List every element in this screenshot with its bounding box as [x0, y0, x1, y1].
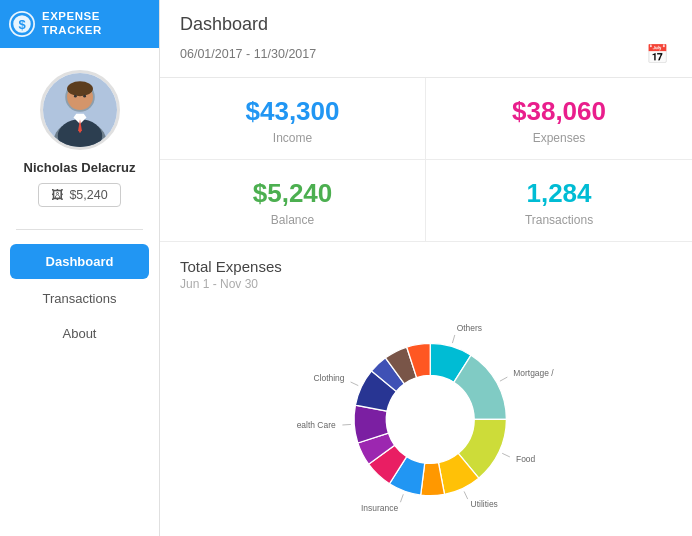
svg-text:Insurance: Insurance: [361, 503, 398, 513]
svg-text:Food: Food: [516, 454, 536, 464]
sidebar-header: $ EXPENSE TRACKER: [0, 0, 159, 48]
balance-button[interactable]: 🖼 $5,240: [38, 183, 120, 207]
chart-subtitle: Jun 1 - Nov 30: [180, 277, 672, 291]
expenses-label: Expenses: [533, 131, 586, 145]
svg-point-12: [83, 95, 86, 98]
income-card: $43,300 Income: [160, 78, 426, 160]
svg-text:Utilities: Utilities: [471, 499, 498, 509]
nav-divider: [16, 229, 143, 230]
svg-line-13: [452, 335, 454, 343]
logo-icon: $: [8, 10, 36, 38]
app-title: EXPENSE TRACKER: [42, 10, 151, 38]
sidebar-item-transactions[interactable]: Transactions: [0, 281, 159, 316]
expenses-card: $38,060 Expenses: [426, 78, 692, 160]
user-avatar: [40, 70, 120, 150]
chart-section: Total Expenses Jun 1 - Nov 30 OthersMort…: [160, 242, 692, 536]
main-header: Dashboard 06/01/2017 - 11/30/2017 📅: [160, 0, 692, 78]
svg-line-19: [464, 491, 468, 499]
svg-line-23: [342, 424, 350, 425]
transactions-value: 1,284: [526, 178, 591, 209]
donut-chart-container: OthersMortgage / RentFoodUtilitiesInsura…: [180, 301, 672, 521]
svg-text:$: $: [18, 17, 26, 32]
balance-value: $5,240: [253, 178, 333, 209]
sidebar-item-about[interactable]: About: [0, 316, 159, 351]
svg-point-27: [386, 375, 474, 463]
chart-title: Total Expenses: [180, 258, 672, 275]
donut-chart: OthersMortgage / RentFoodUtilitiesInsura…: [296, 301, 556, 521]
svg-text:Clothing: Clothing: [313, 373, 344, 383]
income-label: Income: [273, 131, 312, 145]
svg-point-10: [67, 81, 93, 96]
wallet-icon: 🖼: [51, 188, 64, 202]
transactions-label: Transactions: [525, 213, 593, 227]
svg-line-25: [351, 382, 359, 386]
sidebar: $ EXPENSE TRACKER Nicholas Delacruz 🖼: [0, 0, 160, 536]
transactions-card: 1,284 Transactions: [426, 160, 692, 241]
svg-line-17: [502, 453, 510, 457]
svg-text:Health Care: Health Care: [296, 420, 336, 430]
svg-line-15: [500, 377, 507, 381]
sidebar-item-dashboard[interactable]: Dashboard: [10, 244, 149, 279]
expenses-value: $38,060: [512, 96, 606, 127]
calendar-button[interactable]: 📅: [642, 41, 672, 67]
page-title: Dashboard: [180, 14, 672, 35]
svg-text:Others: Others: [457, 323, 482, 333]
username: Nicholas Delacruz: [24, 160, 136, 175]
sidebar-nav: Dashboard Transactions About: [0, 242, 159, 351]
date-range: 06/01/2017 - 11/30/2017: [180, 47, 316, 61]
stats-grid: $43,300 Income $38,060 Expenses $5,240 B…: [160, 78, 692, 242]
date-row: 06/01/2017 - 11/30/2017 📅: [180, 41, 672, 67]
income-value: $43,300: [246, 96, 340, 127]
svg-point-11: [73, 95, 76, 98]
balance-label: Balance: [271, 213, 314, 227]
svg-text:Mortgage / Rent: Mortgage / Rent: [513, 368, 556, 378]
balance-card: $5,240 Balance: [160, 160, 426, 241]
balance-value: $5,240: [69, 188, 107, 202]
svg-line-21: [400, 494, 403, 502]
main-content: Dashboard 06/01/2017 - 11/30/2017 📅 $43,…: [160, 0, 692, 536]
